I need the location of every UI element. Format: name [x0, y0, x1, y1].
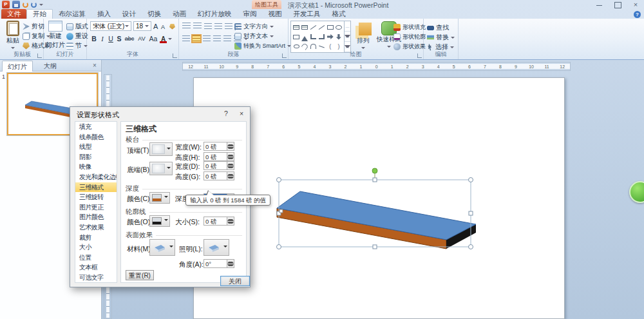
gallery-scroll[interactable] — [344, 21, 350, 52]
shrink-font-button[interactable]: A — [161, 23, 165, 32]
tab-slides[interactable]: 幻灯片 — [2, 61, 33, 72]
tab-outline[interactable]: 大纲 — [39, 61, 62, 72]
angle-spinner[interactable]: 0° — [204, 259, 234, 268]
line-spacing-icon[interactable] — [225, 23, 232, 30]
reset-button[interactable]: 重置(R) — [126, 270, 154, 280]
dialog-sidebar-item[interactable]: 发光和柔化边缘 — [75, 172, 117, 182]
dialog-close-button[interactable]: 关闭 — [220, 276, 250, 286]
numbering-icon[interactable] — [193, 23, 202, 30]
bevel-bottom-dropdown[interactable] — [149, 162, 173, 175]
shapes-gallery[interactable]: () — [290, 21, 351, 53]
align-left-icon[interactable] — [182, 35, 190, 42]
lighting-dropdown[interactable] — [204, 239, 229, 256]
dialog-sidebar-item[interactable]: 填充 — [75, 122, 117, 132]
save-icon[interactable] — [12, 1, 20, 8]
clipboard-dialog-launcher-icon[interactable] — [37, 53, 42, 58]
dialog-sidebar-item[interactable]: 裁剪 — [75, 233, 117, 243]
dialog-sidebar-item[interactable]: 三维旋转 — [75, 192, 117, 202]
bevel-top-height-label: 高度(H): — [175, 153, 200, 162]
align-text-button[interactable]: 对齐文本 — [234, 32, 274, 41]
paragraph-group-label: 段落 — [179, 50, 288, 59]
ribbon-tab[interactable]: 审阅 — [238, 9, 263, 19]
text-shadow-button[interactable]: S — [115, 35, 123, 43]
bevel-top-dropdown[interactable] — [149, 142, 173, 156]
dialog-sidebar-item[interactable]: 可选文字 — [75, 273, 117, 283]
ribbon-tab[interactable]: 文件 — [1, 9, 26, 19]
font-name-combo[interactable]: 宋体 (正文) — [90, 21, 131, 31]
ribbon-tab[interactable]: 布尔运算 — [53, 9, 91, 19]
ribbon-tab[interactable]: 开发工具 — [288, 9, 327, 19]
dialog-close-icon[interactable]: × — [237, 110, 246, 117]
panel-close-icon[interactable]: × — [91, 62, 99, 70]
decrease-indent-icon[interactable] — [204, 23, 212, 30]
dialog-sidebar-item[interactable]: 三维格式 — [75, 182, 117, 193]
ribbon-tab[interactable]: 视图 — [263, 9, 288, 19]
ribbon-tab[interactable]: 切换 — [142, 9, 167, 19]
dialog-sidebar-item[interactable]: 线条颜色 — [75, 132, 117, 142]
replace-button[interactable]: 替换 — [427, 33, 455, 42]
dialog-sidebar-item[interactable]: 文本框 — [75, 262, 117, 273]
redo-icon[interactable] — [31, 2, 37, 8]
dialog-sidebar-item[interactable]: 位置 — [75, 253, 117, 263]
paste-button[interactable]: 粘贴 — [4, 21, 22, 51]
font-color-button[interactable]: A — [159, 35, 167, 43]
ribbon-tab[interactable]: 开始 — [26, 9, 53, 19]
clear-formatting-button[interactable] — [169, 22, 175, 31]
font-size-combo[interactable]: 18 — [133, 21, 151, 31]
bevel-top-height-spinner[interactable]: 0 磅 — [204, 152, 234, 161]
align-right-icon[interactable] — [203, 35, 211, 42]
material-dropdown[interactable] — [149, 239, 175, 256]
italic-button[interactable]: I — [99, 35, 106, 43]
bevel-bottom-width-spinner[interactable]: 0 磅 — [204, 161, 234, 170]
font-dialog-launcher-icon[interactable] — [173, 53, 177, 58]
ribbon-tab[interactable]: 动画 — [167, 9, 192, 19]
ribbon-tab[interactable]: 设计 — [117, 9, 142, 19]
arrange-button[interactable]: 排列 — [353, 21, 374, 51]
qat-dropdown-icon[interactable] — [39, 4, 43, 8]
convert-smartart-button[interactable]: 转换为 SmartArt — [234, 41, 291, 50]
increase-indent-icon[interactable] — [214, 23, 222, 30]
green-badge[interactable] — [629, 181, 644, 203]
justify-icon[interactable] — [213, 35, 221, 42]
reset-slide-button[interactable]: 重设 — [66, 32, 88, 41]
close-window-button[interactable]: × — [631, 1, 640, 8]
dialog-help-icon[interactable]: ? — [222, 110, 231, 117]
align-center-icon[interactable] — [193, 35, 200, 42]
dialog-sidebar-item[interactable]: 大小 — [75, 242, 117, 253]
undo-icon[interactable] — [23, 2, 28, 8]
drawing-dialog-launcher-icon[interactable] — [417, 53, 422, 58]
ribbon-tab[interactable]: 插入 — [91, 9, 117, 19]
find-button[interactable]: 查找 — [427, 23, 449, 32]
dialog-sidebar-item[interactable]: 图片颜色 — [75, 212, 117, 222]
dialog-sidebar-item[interactable]: 阴影 — [75, 152, 117, 162]
character-spacing-button[interactable]: AV — [136, 35, 147, 42]
powerpoint-logo-icon[interactable]: P — [2, 1, 10, 8]
maximize-button[interactable] — [613, 1, 622, 8]
contour-color-button[interactable] — [149, 215, 170, 227]
underline-button[interactable]: U — [107, 35, 115, 43]
minimize-button[interactable] — [595, 1, 604, 8]
bold-button[interactable]: B — [90, 35, 98, 43]
dialog-sidebar-item[interactable]: 图片更正 — [75, 202, 117, 213]
smartart-icon — [234, 43, 242, 50]
section-button[interactable]: 节 — [66, 41, 88, 50]
cut-button[interactable]: 剪切 — [23, 22, 44, 31]
distribute-icon[interactable] — [223, 35, 231, 42]
text-direction-button[interactable]: 文字方向 — [234, 22, 274, 31]
new-slide-button[interactable]: 新建 幻灯片 — [46, 21, 65, 50]
dialog-sidebar-item[interactable]: 映像 — [75, 162, 117, 172]
ribbon-tab[interactable]: 格式 — [327, 9, 352, 19]
contour-size-spinner[interactable]: 0 磅 — [204, 217, 234, 226]
dialog-sidebar-item[interactable]: 线型 — [75, 142, 117, 152]
help-icon[interactable]: ? — [634, 11, 641, 18]
change-case-button[interactable]: Aa — [148, 35, 158, 43]
bullets-icon[interactable] — [182, 23, 191, 30]
bevel-bottom-height-spinner[interactable]: 0 磅 — [204, 171, 234, 180]
dialog-sidebar-item[interactable]: 艺术效果 — [75, 222, 117, 233]
depth-color-button[interactable] — [149, 192, 170, 204]
bevel-top-width-spinner[interactable]: 0 磅 — [204, 142, 234, 151]
ribbon-tab[interactable]: 幻灯片放映 — [192, 9, 238, 19]
grow-font-button[interactable]: A — [153, 22, 158, 31]
paragraph-dialog-launcher-icon[interactable] — [282, 53, 287, 58]
strikethrough-button[interactable]: abc — [124, 35, 135, 42]
